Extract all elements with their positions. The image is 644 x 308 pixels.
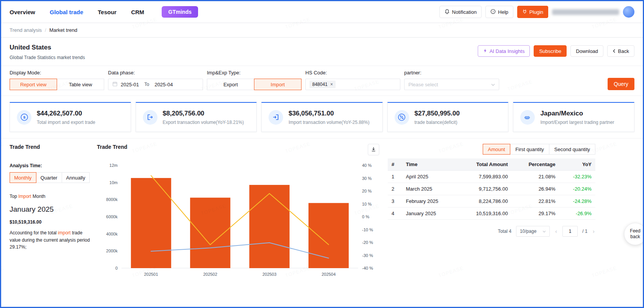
- chart-download-button[interactable]: [368, 144, 379, 155]
- note-highlight: import: [58, 230, 70, 236]
- trend-section: Trade Trend Analysis Time: Monthly Quart…: [1, 138, 643, 284]
- page-title-block: United States Global Trade Statistics ma…: [10, 44, 85, 60]
- right-axis-tick: -30 %: [362, 253, 373, 258]
- x-axis-label: 202502: [203, 272, 217, 277]
- breadcrumb-market-trend: Market trend: [49, 27, 77, 33]
- data-phase-label: Data phase:: [108, 70, 203, 76]
- partner-group: partner: Please select: [404, 70, 499, 90]
- date-range-input[interactable]: 2025-01 To 2025-04: [108, 79, 203, 90]
- stat-value: $8,205,756.00: [163, 110, 244, 117]
- import-icon: [269, 110, 283, 125]
- page-subtitle: Global Trade Statistics market trends: [10, 55, 85, 60]
- import-button[interactable]: Import: [254, 79, 302, 90]
- left-axis-tick: 2000k: [106, 249, 118, 253]
- plugin-icon: [522, 9, 527, 15]
- row-index: 2: [388, 183, 402, 195]
- stat-label: trade balance(deficit): [415, 120, 460, 125]
- bar-202503: [249, 185, 290, 268]
- prev-page-button[interactable]: ‹: [554, 228, 558, 234]
- row-total-amount: 8,224,786.00: [457, 195, 512, 208]
- table-row[interactable]: 1April 20257,599,893.0021.08%-32.23%: [388, 171, 595, 183]
- avatar[interactable]: [623, 6, 634, 18]
- date-to-value[interactable]: 2025-04: [154, 82, 173, 87]
- table-view-button[interactable]: Table view: [57, 79, 104, 90]
- left-axis-tick: 0: [115, 266, 118, 270]
- total-count: Total 4: [498, 229, 511, 234]
- stat-card-export-volume: $8,205,756.00 Export transaction volume(…: [136, 102, 257, 132]
- plugin-button[interactable]: Plugin: [517, 6, 548, 18]
- report-view-button[interactable]: Report view: [10, 79, 57, 90]
- calendar-icon: [112, 81, 118, 88]
- partner-select[interactable]: Please select: [404, 79, 499, 90]
- trend-table: #TimeTotal AmountPercentageYoY 1April 20…: [388, 158, 595, 220]
- stat-label: Import/Export largest trading partner: [540, 120, 614, 125]
- table-row[interactable]: 3February 20258,224,786.0022.81%-24.28%: [388, 195, 595, 208]
- gtminds-button[interactable]: GTminds: [162, 6, 198, 18]
- line-mom-growth: [151, 176, 329, 245]
- help-button[interactable]: ? Help: [485, 6, 513, 18]
- table-header: #TimeTotal AmountPercentageYoY: [388, 158, 595, 171]
- stat-card-text: $44,262,507.00 Total import and export t…: [37, 110, 95, 125]
- close-icon[interactable]: ×: [330, 82, 333, 87]
- help-label: Help: [498, 9, 508, 15]
- subscribe-button[interactable]: Subscribe: [534, 45, 567, 57]
- page-size-select[interactable]: 10/page: [516, 226, 550, 237]
- left-axis-tick: 10m: [110, 180, 118, 185]
- feedback-button[interactable]: Feed back: [624, 223, 644, 245]
- stat-cards-row: $ $44,262,507.00 Total import and export…: [1, 96, 643, 138]
- notification-button[interactable]: Notification: [439, 6, 482, 18]
- right-axis-tick: -10 %: [362, 227, 373, 232]
- row-index: 4: [388, 208, 402, 220]
- download-button[interactable]: Download: [570, 45, 603, 57]
- stat-label: Total import and export trade: [37, 120, 95, 125]
- monthly-button[interactable]: Monthly: [10, 172, 36, 183]
- table-row[interactable]: 4January 202510,519,316.0029.17%-26.9%: [388, 208, 595, 220]
- date-from-value[interactable]: 2025-01: [121, 82, 139, 87]
- nav-tab-crm[interactable]: CRM: [131, 9, 144, 15]
- current-page-input[interactable]: 1: [562, 226, 578, 237]
- stat-card-trade-balance: $27,850,995.00 trade balance(deficit): [387, 102, 509, 132]
- hs-code-input[interactable]: 848041 ×: [305, 79, 400, 90]
- tab-amount[interactable]: Amount: [483, 144, 511, 155]
- stat-card-text: Japan/Mexico Import/Export largest tradi…: [540, 110, 614, 125]
- trend-table-panel: Amount First quantity Second quantity #T…: [382, 144, 634, 284]
- ai-data-insights-button[interactable]: AI Data Insights: [478, 45, 530, 57]
- row-yoy: -26.9%: [559, 208, 595, 220]
- stat-card-largest-partner: Japan/Mexico Import/Export largest tradi…: [513, 102, 634, 132]
- row-percentage: 22.81%: [512, 195, 559, 208]
- annually-button[interactable]: Annually: [62, 172, 90, 183]
- x-axis-label: 202503: [262, 272, 277, 277]
- display-mode-segment: Report view Table view: [10, 79, 104, 90]
- display-mode-label: Display Mode:: [10, 70, 104, 76]
- right-axis-tick: -40 %: [362, 266, 373, 270]
- next-page-button[interactable]: ›: [592, 228, 595, 234]
- chevron-down-icon: [491, 82, 495, 87]
- hs-code-tag: 848041 ×: [310, 81, 336, 88]
- nav-tab-overview[interactable]: Overview: [10, 9, 35, 15]
- breadcrumb-trend-analysis[interactable]: Trend analysis: [10, 27, 42, 33]
- row-percentage: 21.08%: [512, 171, 559, 183]
- table-footer: Total 4 10/page ‹ 1 / 1 ›: [388, 226, 595, 237]
- trend-summary-title: Trade Trend: [10, 144, 97, 150]
- left-axis-tick: 8000k: [106, 197, 118, 202]
- chart-title: Trade Trend: [97, 144, 127, 150]
- row-time: January 2025: [402, 208, 457, 220]
- tab-first-quantity[interactable]: First quantity: [510, 144, 549, 155]
- stat-label: Export transaction volume(YoY-18.21%): [163, 120, 244, 125]
- top-month-label: Top Import Month: [10, 194, 97, 199]
- table-row[interactable]: 2March 20259,712,756.0026.94%-20.24%: [388, 183, 595, 195]
- nav-tab-global-trade[interactable]: Global trade: [50, 9, 84, 15]
- nav-tab-tesour[interactable]: Tesour: [98, 9, 116, 15]
- query-button[interactable]: Query: [608, 78, 634, 90]
- export-button[interactable]: Export: [207, 79, 254, 90]
- row-total-amount: 9,712,756.00: [457, 183, 512, 195]
- quarter-button[interactable]: Quarter: [36, 172, 62, 183]
- trend-note: Accounting for the total import trade va…: [10, 229, 92, 251]
- partner-placeholder: Please select: [408, 82, 438, 87]
- top-month-prefix: Top: [10, 194, 18, 199]
- back-button[interactable]: Back: [607, 45, 634, 57]
- feedback-label: Feed back: [628, 228, 642, 240]
- tab-second-quantity[interactable]: Second quantity: [549, 144, 595, 155]
- stat-card-total-trade: $ $44,262,507.00 Total import and export…: [10, 102, 131, 132]
- stat-label: Import transaction volume(YoY-25.88%): [288, 120, 369, 125]
